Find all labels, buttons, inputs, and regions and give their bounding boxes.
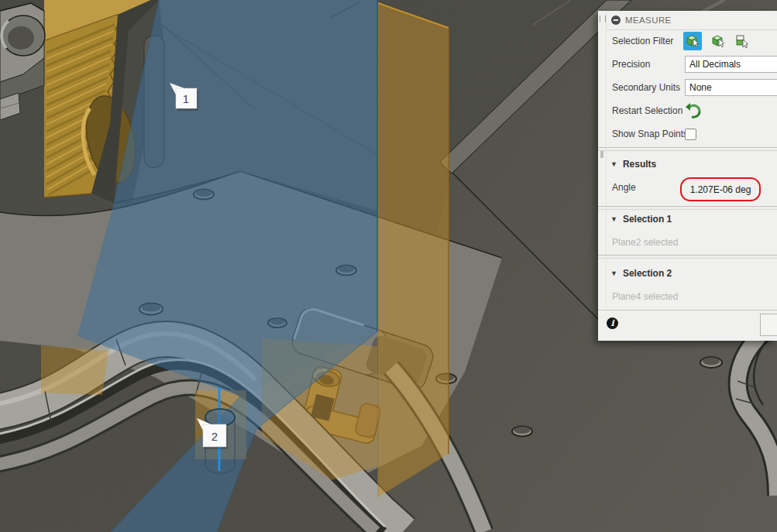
measure-dialog: MEASURE Selection Filter Precision All D… — [598, 11, 777, 341]
selection2-status: Plane4 selected — [612, 291, 678, 302]
restart-selection-label: Restart Selection — [612, 105, 682, 116]
angle-value-annotation: 1.207E-06 deg — [680, 177, 761, 201]
dialog-footer: i — [598, 310, 777, 341]
selection2-section-header[interactable]: ▼ Selection 2 — [610, 268, 672, 279]
body-filter-button[interactable] — [709, 32, 727, 50]
separator — [598, 255, 777, 259]
precision-dropdown[interactable]: All Decimals — [685, 56, 777, 73]
restart-selection-button[interactable] — [685, 102, 702, 122]
body-filter-icon — [710, 33, 726, 49]
fusion-360-window: { "viewport": { "markers": [ {"label": "… — [0, 0, 777, 532]
angle-value: 1.207E-06 deg — [690, 184, 751, 195]
svg-text:2: 2 — [211, 430, 218, 443]
secondary-units-dropdown[interactable]: None — [685, 79, 777, 96]
results-section-header[interactable]: ▼ Results — [610, 159, 656, 170]
selection-filter-label: Selection Filter — [612, 36, 673, 46]
separator — [598, 147, 777, 151]
selection2-header-label: Selection 2 — [623, 268, 672, 279]
selection1-section-header[interactable]: ▼ Selection 1 — [610, 214, 672, 225]
collapse-triangle-icon: ▼ — [610, 215, 617, 223]
undo-arrow-icon — [685, 102, 702, 119]
selection1-header-label: Selection 1 — [623, 214, 672, 225]
dialog-grip-icon[interactable] — [611, 15, 621, 25]
info-icon[interactable]: i — [607, 317, 618, 329]
dialog-titlebar[interactable]: MEASURE — [607, 11, 777, 30]
dialog-title: MEASURE — [625, 15, 672, 25]
collapse-triangle-icon: ▼ — [610, 160, 617, 168]
face-filter-button[interactable] — [683, 32, 702, 50]
dialog-button-clipped[interactable] — [760, 314, 777, 336]
component-filter-button[interactable] — [732, 32, 751, 50]
drag-grip-icon[interactable] — [600, 15, 606, 22]
separator — [598, 206, 777, 210]
collapse-triangle-icon: ▼ — [610, 269, 617, 277]
dialog-drag-gutter[interactable] — [598, 11, 607, 341]
show-snap-points-label: Show Snap Points — [612, 129, 688, 139]
selection1-status: Plane2 selected — [612, 237, 678, 248]
secondary-units-label: Secondary Units — [612, 82, 680, 93]
secondary-units-value: None — [689, 82, 712, 93]
show-snap-points-checkbox[interactable] — [685, 129, 696, 140]
angle-label: Angle — [612, 182, 636, 193]
precision-value: All Decimals — [689, 59, 741, 70]
component-filter-icon — [734, 33, 749, 49]
svg-text:1: 1 — [183, 92, 189, 105]
face-filter-icon — [685, 33, 700, 49]
results-header-label: Results — [623, 159, 656, 170]
precision-label: Precision — [612, 59, 650, 70]
